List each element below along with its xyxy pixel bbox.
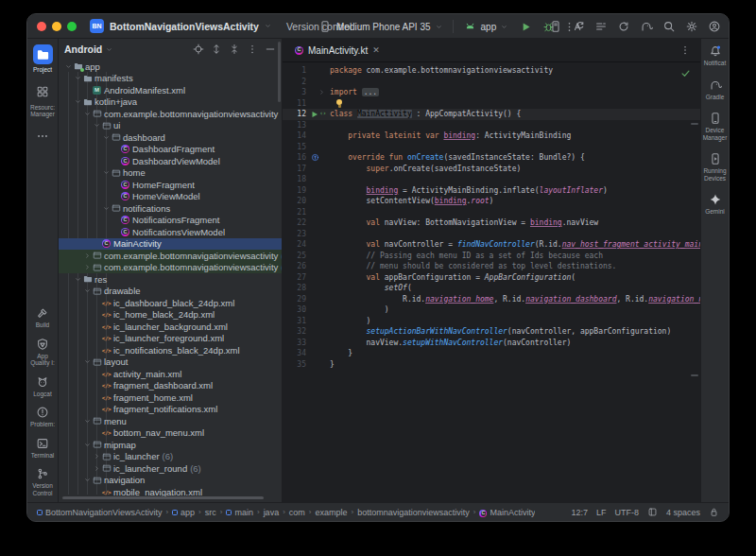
- tree-item-ic-launcher-round[interactable]: ic_launcher_round(6): [59, 462, 282, 475]
- tree-item-drawable[interactable]: drawable: [59, 286, 282, 298]
- todo-list-icon[interactable]: [594, 20, 608, 33]
- code-line-13[interactable]: 13: [283, 120, 700, 131]
- code-line-28[interactable]: 28 setOf(: [283, 283, 700, 294]
- code-line-20[interactable]: 20 setContentView(binding.root): [283, 196, 700, 207]
- encoding[interactable]: UTF-8: [614, 508, 639, 517]
- tree-item-bottom-nav-menu-xml[interactable]: </>bottom_nav_menu.xml: [59, 427, 282, 440]
- chevron-down-icon[interactable]: [102, 169, 111, 176]
- tree-item-androidmanifest-xml[interactable]: MAndroidManifest.xml: [59, 84, 282, 96]
- tree-vertical-scrollbar[interactable]: [278, 42, 281, 102]
- code-line-21[interactable]: 21: [283, 207, 700, 218]
- tree-item-com-example-bottomnavigationviewsactivity[interactable]: com.example.bottomnavigationviewsactivit…: [59, 250, 282, 262]
- tree-item-fragment-notifications-xml[interactable]: </>fragment_notifications.xml: [59, 404, 282, 416]
- run-class-icon[interactable]: [311, 111, 318, 118]
- locate-icon[interactable]: [193, 43, 204, 55]
- code-line-14[interactable]: 14 private lateinit var binding: Activit…: [283, 130, 700, 142]
- code-editor[interactable]: 1package com.example.bottomnavigationvie…: [283, 62, 700, 502]
- chevron-right-icon[interactable]: [93, 465, 101, 472]
- chevron-down-icon[interactable]: [83, 418, 92, 425]
- tree-item-activity-main-xml[interactable]: </>activity_main.xml: [59, 368, 282, 380]
- tree-item-ic-dashboard-black-24dp-xml[interactable]: </>ic_dashboard_black_24dp.xml: [59, 297, 282, 309]
- settings-icon[interactable]: [685, 20, 698, 33]
- breadcrumb-item-bottomnavigationviewsactivity[interactable]: bottomnavigationviewsactivity: [357, 508, 470, 517]
- code-line-26[interactable]: 26 // menu should be considered as top l…: [283, 261, 700, 272]
- translate-icon[interactable]: [572, 20, 585, 33]
- chevron-down-icon[interactable]: [74, 75, 82, 81]
- chevron-right-icon[interactable]: [93, 453, 101, 460]
- tree-item-dashboardviewmodel[interactable]: CDashboardViewModel: [59, 155, 282, 167]
- breadcrumb-item-com[interactable]: com: [289, 508, 305, 517]
- chevron-down-icon[interactable]: [83, 358, 92, 365]
- run-configuration[interactable]: app: [481, 22, 497, 32]
- close-window-button[interactable]: [37, 22, 46, 31]
- tree-item-kotlin-java[interactable]: kotlin+java: [59, 96, 282, 109]
- code-line-32[interactable]: 32 setupActionBarWithNavController(navCo…: [283, 326, 700, 338]
- preview-icon[interactable]: ‹›: [319, 109, 325, 120]
- breadcrumb-item-example[interactable]: example: [316, 508, 348, 517]
- tree-item-com-example-bottomnavigationviewsactivity[interactable]: com.example.bottomnavigationviewsactivit…: [59, 108, 282, 120]
- tree-item-ic-launcher-background-xml[interactable]: </>ic_launcher_background.xml: [59, 321, 282, 333]
- tree-item-app[interactable]: app: [59, 61, 282, 73]
- chevron-down-icon[interactable]: [83, 111, 92, 117]
- tree-item-ui[interactable]: ui: [59, 120, 282, 132]
- expand-all-icon[interactable]: [211, 43, 222, 55]
- close-tab-icon[interactable]: ✕: [372, 45, 380, 55]
- tree-item-notifications[interactable]: notifications: [59, 202, 282, 215]
- chevron-down-icon[interactable]: [102, 134, 111, 141]
- breadcrumb-item-src[interactable]: src: [205, 508, 216, 517]
- chevron-right-icon[interactable]: [83, 252, 92, 259]
- sidebar-item-project[interactable]: Project: [27, 44, 58, 74]
- toolwindow-gradle[interactable]: Gradle: [701, 78, 729, 101]
- breadcrumb-item-main[interactable]: main: [226, 508, 253, 517]
- chevron-down-icon[interactable]: [83, 442, 92, 448]
- code-line-18[interactable]: 18: [283, 174, 700, 185]
- tree-item-notificationsviewmodel[interactable]: CNotificationsViewModel: [59, 226, 282, 238]
- chevron-down-icon[interactable]: [74, 98, 82, 105]
- sidebar-item-logcat[interactable]: Logcat: [27, 375, 58, 398]
- tree-item-mipmap[interactable]: mipmap: [59, 439, 282, 451]
- chevron-down-icon[interactable]: [93, 122, 101, 129]
- chevron-down-icon[interactable]: [83, 477, 92, 483]
- tree-item-mainactivity[interactable]: CMainActivity: [59, 238, 282, 251]
- toolwindow-running-devices[interactable]: Running Devices: [701, 152, 729, 182]
- collapse-all-icon[interactable]: [229, 43, 240, 55]
- toolwindow-gemini[interactable]: Gemini: [701, 193, 729, 216]
- editor-more-icon[interactable]: [679, 44, 691, 56]
- code-line-11[interactable]: 11: [283, 98, 700, 110]
- sidebar-item-problem-[interactable]: Problem:: [27, 406, 58, 428]
- code-line-29[interactable]: 29 R.id.navigation_home, R.id.navigation…: [283, 294, 700, 305]
- code-line-3[interactable]: 3import ...: [283, 87, 700, 98]
- tree-item-ic-home-black-24dp-xml[interactable]: </>ic_home_black_24dp.xml: [59, 309, 282, 321]
- tree-horizontal-scrollbar[interactable]: [62, 496, 272, 500]
- code-line-1[interactable]: 1package com.example.bottomnavigationvie…: [283, 65, 700, 77]
- run-button[interactable]: [520, 21, 532, 33]
- account-icon[interactable]: [708, 20, 721, 33]
- tree-item-menu[interactable]: menu: [59, 415, 282, 427]
- sidebar-item-app-quality-i-[interactable]: App Quality I:: [27, 338, 58, 367]
- overrides-method-icon[interactable]: [311, 153, 319, 162]
- code-line-12[interactable]: 12‹›class MainActivity : AppCompatActivi…: [283, 109, 700, 120]
- zoom-window-button[interactable]: [67, 22, 77, 31]
- code-line-30[interactable]: 30 ): [283, 304, 700, 316]
- project-view-selector[interactable]: Android: [64, 43, 102, 55]
- chevron-down-icon[interactable]: [64, 63, 73, 70]
- tree-item-navigation[interactable]: navigation: [59, 475, 282, 487]
- minimize-window-button[interactable]: [52, 22, 61, 31]
- intention-bulb-icon[interactable]: [336, 99, 342, 105]
- device-selector[interactable]: Medium Phone API 35: [336, 22, 431, 32]
- toolwindow-notificat[interactable]: Notificat: [701, 44, 729, 67]
- column-selection-icon[interactable]: [647, 507, 658, 517]
- tree-item-manifests[interactable]: manifests: [59, 73, 282, 85]
- sidebar-item-version-control[interactable]: Version Control: [27, 467, 58, 496]
- tree-item-homeviewmodel[interactable]: CHomeViewModel: [59, 191, 282, 203]
- code-line-17[interactable]: 17 super.onCreate(savedInstanceState): [283, 164, 700, 175]
- code-line-35[interactable]: 35}: [283, 359, 700, 371]
- chevron-down-icon[interactable]: [83, 287, 92, 294]
- tree-item-notificationsfragment[interactable]: CNotificationsFragment: [59, 215, 282, 227]
- tree-item-res[interactable]: res: [59, 273, 282, 286]
- tree-item-home[interactable]: home: [59, 167, 282, 180]
- tab-mainactivity[interactable]: C MainActivity.kt ✕: [286, 39, 388, 61]
- sync-icon[interactable]: [617, 20, 630, 33]
- caret-position[interactable]: 12:7: [571, 508, 588, 517]
- code-line-19[interactable]: 19 binding = ActivityMainBinding.inflate…: [283, 185, 700, 197]
